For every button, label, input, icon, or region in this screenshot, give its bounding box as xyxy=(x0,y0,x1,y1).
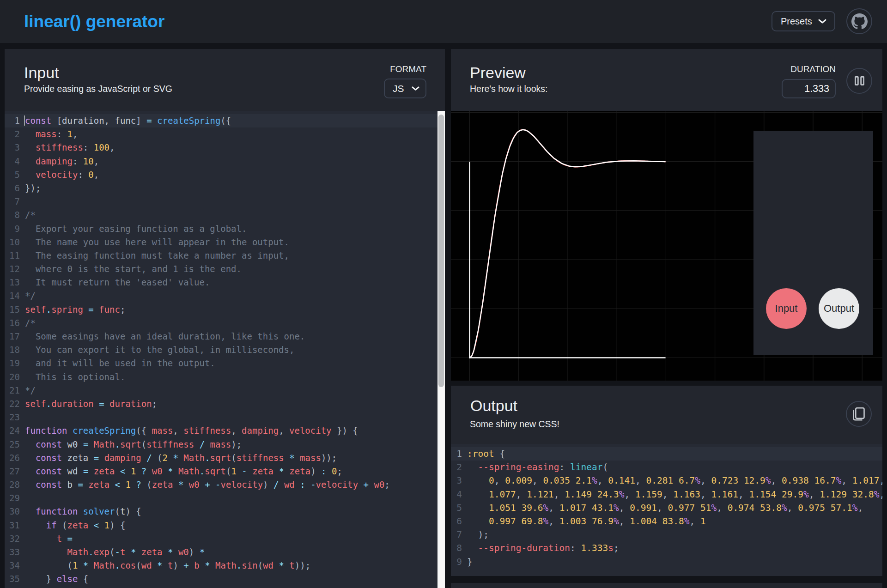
input-code-editor[interactable]: 1const [duration, func] = createSpring({… xyxy=(5,111,445,588)
code-line: 11 The easing function must take a numbe… xyxy=(5,249,445,262)
code-line: 13 It must return the 'eased' value. xyxy=(5,276,445,289)
code-line: 31 if (zeta < 1) { xyxy=(5,519,445,532)
code-line: 32 t = xyxy=(5,532,445,546)
output-ball-label: Output xyxy=(824,303,854,315)
code-line: 2 mass: 1, xyxy=(5,127,445,141)
format-select[interactable]: JS xyxy=(384,79,426,98)
code-line: 20 This is optional. xyxy=(5,370,445,384)
code-line: 3 stiffness: 100, xyxy=(5,141,445,154)
chevron-down-icon xyxy=(412,86,419,91)
code-line: 1const [duration, func] = createSpring({ xyxy=(5,114,445,127)
code-line: 34 (1 * Math.cos(wd * t) + b * Math.sin(… xyxy=(5,559,445,572)
output-subtitle: Some shiny new CSS! xyxy=(470,420,559,429)
code-line: 23 xyxy=(5,411,445,424)
pause-icon xyxy=(855,76,864,85)
app-title: linear() generator xyxy=(24,12,164,31)
copy-icon xyxy=(853,407,865,421)
output-panel-header: Output Some shiny new CSS! xyxy=(451,386,882,444)
copy-button[interactable] xyxy=(846,401,872,427)
code-line: 18 You can export it to the global, in m… xyxy=(5,343,445,357)
code-line: 8/* xyxy=(5,208,445,222)
code-line: 12 where 0 is the start, and 1 is the en… xyxy=(5,262,445,276)
input-ball-label: Input xyxy=(775,303,798,315)
code-line: 21*/ xyxy=(5,384,445,397)
presets-label: Presets xyxy=(781,16,812,27)
animation-demo-box: Input Output xyxy=(753,131,873,355)
input-panel-header: Input Provide easing as JavaScript or SV… xyxy=(5,49,445,111)
code-line: 30 function solver(t) { xyxy=(5,505,445,518)
presets-button[interactable]: Presets xyxy=(772,11,835,31)
format-value: JS xyxy=(393,83,404,94)
code-line: 7 ); xyxy=(451,528,882,541)
preview-subtitle: Here's how it looks: xyxy=(470,85,547,94)
code-line: 5 velocity: 0, xyxy=(5,168,445,182)
app-header: linear() generator Presets xyxy=(0,0,887,43)
text-cursor xyxy=(24,115,25,126)
code-line: 16/* xyxy=(5,316,445,330)
duration-label: DURATION xyxy=(790,64,836,74)
code-line: 5 1.051 39.6%, 1.017 43.1%, 0.991, 0.977… xyxy=(451,501,882,515)
output-ball: Output xyxy=(819,288,859,329)
code-line: 1:root { xyxy=(451,447,882,461)
code-line: 33 Math.exp(-t * zeta * w0) * xyxy=(5,546,445,559)
code-line: 29 xyxy=(5,491,445,505)
pause-button[interactable] xyxy=(846,68,872,94)
github-icon xyxy=(851,13,868,30)
code-line: 9} xyxy=(451,555,882,569)
next-panel-edge xyxy=(451,583,882,588)
github-button[interactable] xyxy=(846,8,872,34)
code-line: 26 const zeta = damping / (2 * Math.sqrt… xyxy=(5,451,445,465)
output-title: Output xyxy=(470,398,517,413)
input-editor-scrollbar[interactable] xyxy=(437,111,445,588)
code-line: 8 --spring-duration: 1.333s; xyxy=(451,541,882,555)
code-line: 6 0.997 69.8%, 1.003 76.9%, 1.004 83.8%,… xyxy=(451,515,882,528)
code-line: 3 0, 0.009, 0.035 2.1%, 0.141, 0.281 6.7… xyxy=(451,474,882,487)
code-line: 15self.spring = func; xyxy=(5,303,445,316)
output-code-editor[interactable]: 1:root {2 --spring-easing: linear(3 0, 0… xyxy=(451,444,882,576)
code-line: 9 Export your easing function as a globa… xyxy=(5,222,445,236)
code-line: 25 const w0 = Math.sqrt(stiffness / mass… xyxy=(5,438,445,451)
input-title: Input xyxy=(24,65,59,80)
preview-graph: Input Output xyxy=(451,111,882,381)
duration-input[interactable] xyxy=(782,79,836,98)
code-line: 17 Some easings have an ideal duration, … xyxy=(5,330,445,343)
code-line: 6}); xyxy=(5,182,445,195)
preview-panel-header: Preview Here's how it looks: DURATION xyxy=(451,49,882,111)
code-line: 4 1.077, 1.121, 1.149 24.3%, 1.159, 1.16… xyxy=(451,488,882,501)
code-line: 14*/ xyxy=(5,289,445,303)
code-line: 27 const wd = zeta < 1 ? w0 * Math.sqrt(… xyxy=(5,465,445,478)
scrollbar-thumb[interactable] xyxy=(438,115,444,387)
code-line: 19 and it will be used in the output. xyxy=(5,357,445,370)
code-line: 2 --spring-easing: linear( xyxy=(451,461,882,474)
input-ball: Input xyxy=(766,288,807,329)
format-label: FORMAT xyxy=(390,64,426,74)
code-line: 22self.duration = duration; xyxy=(5,397,445,411)
code-line: 28 const b = zeta < 1 ? (zeta * w0 + -ve… xyxy=(5,478,445,491)
code-line: 7 xyxy=(5,195,445,208)
preview-title: Preview xyxy=(470,65,526,80)
code-line: 24function createSpring({ mass, stiffnes… xyxy=(5,424,445,437)
code-line: 4 damping: 10, xyxy=(5,155,445,168)
code-line: 35 } else { xyxy=(5,572,445,586)
input-subtitle: Provide easing as JavaScript or SVG xyxy=(24,85,172,94)
code-line: 10 The name you use here will appear in … xyxy=(5,236,445,249)
chevron-down-icon xyxy=(818,19,826,24)
